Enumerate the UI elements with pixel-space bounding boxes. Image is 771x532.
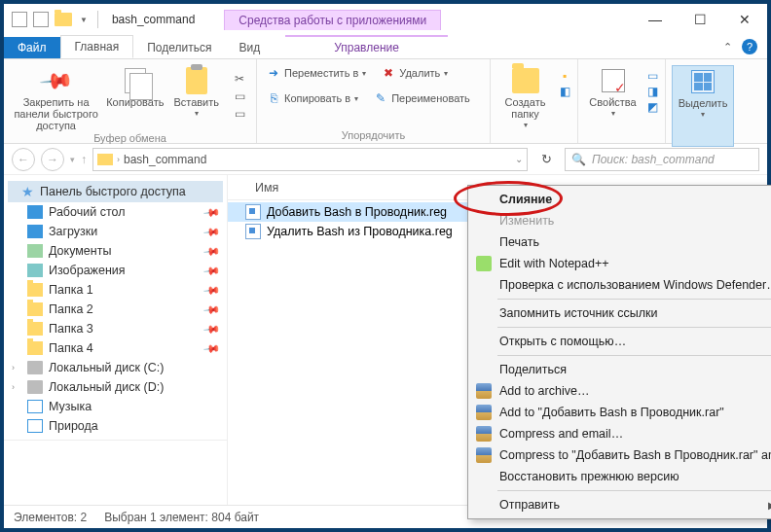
address-bar[interactable]: › bash_command ⌄ (92, 148, 528, 171)
addr-segment[interactable]: bash_command (124, 153, 206, 166)
context-menu: Слияние Изменить Печать Edit with Notepa… (467, 185, 771, 519)
nav-back-button[interactable]: ← (12, 148, 35, 171)
rar-icon (476, 383, 492, 399)
paste-button[interactable]: Вставить▾ (167, 65, 225, 119)
search-box[interactable]: 🔍 Поиск: bash_command (565, 148, 759, 171)
copyto-icon: ⎘ (267, 91, 280, 105)
ctx-openwith[interactable]: Открыть с помощью… (470, 331, 771, 352)
star-icon: ★ (21, 184, 34, 199)
newitem-icon[interactable]: ▪ (558, 69, 571, 83)
copypath-button[interactable]: ▭ (229, 89, 250, 104)
maximize-button[interactable]: ☐ (678, 5, 722, 34)
delete-button[interactable]: ✖Удалить ▾ (378, 65, 452, 81)
help-icon[interactable]: ? (742, 39, 757, 54)
folder-icon (27, 283, 43, 297)
tab-home[interactable]: Главная (60, 35, 134, 58)
ctx-compressrar[interactable]: Compress to "Добавить Bash в Проводник.r… (470, 444, 771, 466)
copyto-button[interactable]: ⎘Копировать в ▾ (263, 90, 362, 106)
col-name-header[interactable]: Имя (255, 181, 278, 195)
sidebar-item-nature[interactable]: Природа (4, 416, 227, 436)
chevron-right-icon[interactable]: › (12, 363, 15, 372)
pasteshortcut-button[interactable]: ▭ (229, 106, 250, 122)
nav-history-dropdown[interactable]: ▾ (70, 155, 75, 164)
sidebar-item-desktop[interactable]: Рабочий стол📌 (4, 202, 227, 222)
reg-file-icon (245, 224, 261, 239)
open-icon[interactable]: ▭ (645, 69, 659, 83)
pin-icon: 📌 (202, 281, 221, 300)
tab-manage[interactable]: Управление (285, 35, 448, 58)
sidebar: ★ Панель быстрого доступа Рабочий стол📌 … (4, 175, 228, 505)
easyaccess-icon[interactable]: ◧ (558, 85, 571, 98)
sidebar-item-folder2[interactable]: Папка 2📌 (4, 300, 227, 319)
folder-icon (27, 302, 43, 316)
disk-icon (27, 380, 43, 394)
newfolder-button[interactable]: Создать папку▾ (496, 65, 554, 130)
ctx-notepadpp[interactable]: Edit with Notepad++ (470, 253, 771, 274)
ribbon-collapse-icon[interactable]: ⌃ (723, 41, 732, 53)
search-icon: 🔍 (571, 153, 586, 166)
folder-icon (27, 322, 43, 336)
ctx-send[interactable]: Отправить▶ (470, 494, 771, 515)
sidebar-item-pictures[interactable]: Изображения📌 (4, 261, 227, 280)
sidebar-item-downloads[interactable]: Загрузки📌 (4, 222, 227, 241)
cut-button[interactable]: ✂ (229, 71, 250, 87)
pin-icon: 📌 (202, 242, 221, 261)
ctx-addrar[interactable]: Add to "Добавить Bash в Проводник.rar" (470, 402, 771, 423)
tab-file[interactable]: Файл (4, 37, 60, 58)
copy-button[interactable]: Копировать (106, 65, 164, 108)
sidebar-item-documents[interactable]: Документы📌 (4, 241, 227, 261)
qat-folder-icon[interactable] (55, 13, 72, 26)
status-count: Элементов: 2 (14, 511, 87, 524)
sidebar-item-folder1[interactable]: Папка 1📌 (4, 280, 227, 300)
file-name: Удалить Bash из Проводника.reg (267, 225, 453, 238)
folder-icon (27, 419, 43, 433)
ribbon: 📌 Закрепить на панели быстрого доступа К… (4, 58, 767, 144)
cut-icon: ✂ (233, 72, 246, 86)
contextual-tab-label: Средства работы с приложениями (224, 10, 441, 30)
shortcut-icon: ▭ (233, 107, 246, 121)
tab-share[interactable]: Поделиться (133, 37, 225, 58)
moveto-button[interactable]: ➜Переместить в ▾ (263, 65, 370, 81)
paste-icon (186, 67, 207, 94)
qat-dropdown-icon[interactable]: ▼ (80, 16, 88, 24)
ctx-merge[interactable]: Слияние (470, 189, 771, 210)
file-name: Добавить Bash в Проводник.reg (267, 205, 447, 219)
ctx-defender[interactable]: Проверка с использованием Windows Defend… (470, 274, 771, 296)
pictures-icon (27, 264, 43, 277)
addr-dropdown-icon[interactable]: ⌄ (515, 154, 523, 164)
sidebar-item-diskc[interactable]: ›Локальный диск (C:) (4, 358, 227, 377)
pin-quickaccess-button[interactable]: 📌 Закрепить на панели быстрого доступа (10, 65, 102, 131)
rename-button[interactable]: ✎Переименовать (370, 90, 474, 106)
properties-button[interactable]: Свойства▾ (584, 65, 642, 119)
search-placeholder: Поиск: bash_command (592, 153, 715, 166)
select-button[interactable]: Выделить▾ (672, 65, 734, 147)
chevron-right-icon[interactable]: › (12, 382, 15, 392)
system-menu-icon[interactable] (12, 12, 27, 27)
rar-icon (476, 405, 492, 420)
ctx-compressemail[interactable]: Compress and email… (470, 423, 771, 444)
ctx-addarchive[interactable]: Add to archive… (470, 380, 771, 402)
sidebar-quickaccess[interactable]: ★ Панель быстрого доступа (8, 181, 223, 202)
qat-btn1[interactable] (33, 12, 49, 27)
nav-fwd-button[interactable]: → (41, 148, 64, 171)
edit-icon[interactable]: ◨ (645, 85, 659, 98)
minimize-button[interactable]: — (633, 5, 678, 34)
close-button[interactable]: ✕ (722, 5, 767, 34)
nav-up-button[interactable]: ↑ (81, 153, 87, 166)
refresh-button[interactable]: ↻ (533, 152, 559, 166)
ctx-edit: Изменить (470, 210, 771, 231)
folder-icon (27, 341, 43, 355)
disk-icon (27, 361, 43, 374)
ctx-restore[interactable]: Восстановить прежнюю версию (470, 466, 771, 487)
sidebar-item-folder3[interactable]: Папка 3📌 (4, 319, 227, 338)
sidebar-item-diskd[interactable]: ›Локальный диск (D:) (4, 377, 227, 397)
ctx-print[interactable]: Печать (470, 231, 771, 253)
tab-view[interactable]: Вид (225, 37, 274, 58)
rename-icon: ✎ (374, 91, 387, 105)
history-icon[interactable]: ◩ (645, 100, 659, 114)
sidebar-item-music[interactable]: Музыка (4, 397, 227, 416)
ctx-remember[interactable]: Запомнить источник ссылки (470, 302, 771, 324)
ctx-share[interactable]: Поделиться (470, 359, 771, 380)
sidebar-item-folder4[interactable]: Папка 4📌 (4, 338, 227, 358)
nav-row: ← → ▾ ↑ › bash_command ⌄ ↻ 🔍 Поиск: bash… (4, 144, 767, 175)
